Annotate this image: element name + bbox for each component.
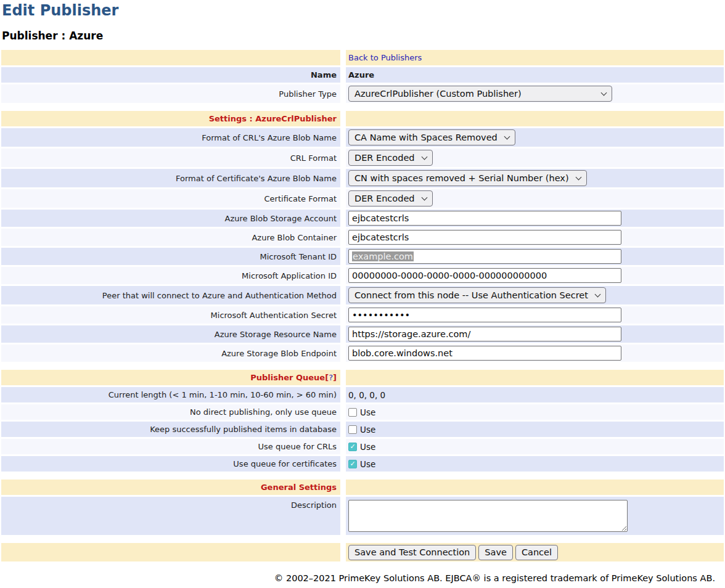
cert-blob-name-format-select[interactable]: CN with spaces removed + Serial Number (… bbox=[348, 170, 587, 186]
chevron-down-icon bbox=[576, 174, 581, 179]
checkbox-label: Use bbox=[360, 425, 375, 435]
storage-resource-name-input[interactable] bbox=[348, 327, 621, 341]
checkmark-icon: ✓ bbox=[350, 460, 355, 467]
chevron-down-icon bbox=[601, 89, 607, 95]
keep-published-row: Keep successfully published items in dat… bbox=[1, 422, 724, 437]
certificate-format-select[interactable]: DER Encoded bbox=[348, 190, 433, 206]
tenant-id-input[interactable]: example.com bbox=[348, 249, 621, 264]
save-and-test-connection-button[interactable]: Save and Test Connection bbox=[348, 545, 476, 560]
name-label: Name bbox=[1, 67, 340, 83]
current-length-label: Current length (< 1 min, 1-10 min, 10-60… bbox=[1, 387, 340, 402]
storage-blob-endpoint-row: Azure Storage Blob Endpoint bbox=[1, 345, 724, 362]
auth-secret-label: Microsoft Authentication Secret bbox=[1, 306, 340, 324]
peer-auth-method-row: Peer that will connect to Azure and Auth… bbox=[1, 286, 724, 304]
current-length-value: 0, 0, 0, 0 bbox=[346, 387, 724, 402]
chevron-down-icon bbox=[504, 133, 510, 139]
help-icon[interactable]: ? bbox=[329, 373, 333, 382]
checkbox-label: Use bbox=[360, 407, 375, 417]
auth-secret-input[interactable] bbox=[348, 308, 621, 322]
queue-crls-label: Use queue for CRLs bbox=[1, 439, 340, 454]
application-id-input[interactable] bbox=[348, 268, 621, 283]
description-textarea[interactable] bbox=[348, 500, 628, 532]
tenant-id-row: Microsoft Tenant ID example.com bbox=[1, 248, 724, 265]
cert-blob-name-format-row: Format of Certificate's Azure Blob Name … bbox=[1, 169, 724, 187]
settings-header-row: Settings : AzureCrlPublisher bbox=[1, 111, 724, 126]
certificate-format-row: Certificate Format DER Encoded bbox=[1, 189, 724, 208]
selected-option: CN with spaces removed + Serial Number (… bbox=[354, 173, 569, 183]
only-queue-row: No direct publishing, only use queue Use bbox=[1, 404, 724, 420]
storage-blob-endpoint-input[interactable] bbox=[348, 346, 621, 361]
auth-secret-row: Microsoft Authentication Secret bbox=[1, 306, 724, 324]
actions-row: Save and Test Connection Save Cancel bbox=[1, 543, 724, 561]
peer-auth-method-label: Peer that will connect to Azure and Auth… bbox=[1, 286, 340, 304]
checkmark-icon: ✓ bbox=[350, 443, 355, 450]
general-section-title: General Settings bbox=[1, 480, 340, 495]
queue-section-title: Publisher Queue bbox=[250, 373, 325, 382]
publisher-type-selected-option: AzureCrlPublisher (Custom Publisher) bbox=[354, 89, 522, 99]
publisher-type-select[interactable]: AzureCrlPublisher (Custom Publisher) bbox=[348, 86, 612, 102]
checkbox-label: Use bbox=[360, 459, 375, 469]
cert-blob-name-format-label: Format of Certificate's Azure Blob Name bbox=[1, 169, 340, 187]
crl-blob-name-format-select[interactable]: CA Name with Spaces Removed bbox=[348, 129, 515, 145]
name-row: Name Azure bbox=[1, 67, 724, 83]
certificate-format-label: Certificate Format bbox=[1, 189, 340, 208]
crl-format-label: CRL Format bbox=[1, 149, 340, 167]
header-spacer bbox=[346, 111, 724, 126]
selected-option: CA Name with Spaces Removed bbox=[354, 133, 498, 142]
description-row: Description bbox=[1, 497, 724, 535]
storage-resource-name-row: Azure Storage Resource Name bbox=[1, 325, 724, 343]
actions-spacer bbox=[1, 543, 340, 561]
keep-published-label: Keep successfully published items in dat… bbox=[1, 422, 340, 437]
header-spacer bbox=[346, 480, 724, 495]
identity-table: Back to Publishers Name Azure Publisher … bbox=[1, 50, 724, 103]
application-id-row: Microsoft Application ID bbox=[1, 267, 724, 284]
queue-crls-row: Use queue for CRLs ✓ Use bbox=[1, 439, 724, 454]
chevron-down-icon bbox=[595, 291, 600, 296]
crl-blob-name-format-row: Format of CRL's Azure Blob Name CA Name … bbox=[1, 128, 724, 147]
queue-certificates-label: Use queue for certificates bbox=[1, 456, 340, 472]
publisher-type-row: Publisher Type AzureCrlPublisher (Custom… bbox=[1, 84, 724, 103]
actions-table: Save and Test Connection Save Cancel bbox=[1, 543, 724, 561]
cancel-button[interactable]: Cancel bbox=[515, 545, 558, 560]
queue-certificates-row: Use queue for certificates ✓ Use bbox=[1, 456, 724, 472]
header-spacer bbox=[1, 50, 340, 65]
selected-option: DER Encoded bbox=[354, 153, 415, 163]
tenant-id-label: Microsoft Tenant ID bbox=[1, 248, 340, 265]
peer-auth-method-select[interactable]: Connect from this node -- Use Authentica… bbox=[348, 287, 606, 303]
queue-crls-checkbox[interactable]: ✓ bbox=[348, 443, 357, 451]
settings-section-title: Settings : AzureCrlPublisher bbox=[1, 111, 340, 126]
blob-container-label: Azure Blob Container bbox=[1, 229, 340, 246]
save-button[interactable]: Save bbox=[478, 545, 513, 560]
publisher-name-heading: Publisher : Azure bbox=[2, 30, 725, 42]
table-header-row: Back to Publishers bbox=[1, 50, 724, 65]
header-spacer bbox=[346, 370, 724, 385]
queue-certificates-checkbox[interactable]: ✓ bbox=[348, 460, 357, 468]
storage-resource-name-label: Azure Storage Resource Name bbox=[1, 325, 340, 343]
only-queue-checkbox[interactable] bbox=[348, 408, 357, 417]
selected-text: example.com bbox=[352, 251, 414, 261]
crl-blob-name-format-label: Format of CRL's Azure Blob Name bbox=[1, 128, 340, 147]
storage-account-input[interactable] bbox=[348, 211, 621, 226]
footer-copyright: © 2002–2021 PrimeKey Solutions AB. EJBCA… bbox=[0, 570, 725, 583]
back-to-publishers-link[interactable]: Back to Publishers bbox=[348, 53, 422, 62]
chevron-down-icon bbox=[422, 153, 427, 159]
crl-format-select[interactable]: DER Encoded bbox=[348, 150, 433, 166]
checkbox-label: Use bbox=[360, 442, 375, 452]
only-queue-label: No direct publishing, only use queue bbox=[1, 404, 340, 420]
general-header-row: General Settings bbox=[1, 480, 724, 495]
description-label: Description bbox=[1, 497, 340, 535]
queue-header-row: Publisher Queue[?] bbox=[1, 370, 724, 385]
page-title: Edit Publisher bbox=[2, 2, 725, 20]
selected-option: Connect from this node -- Use Authentica… bbox=[354, 290, 588, 300]
publisher-type-label: Publisher Type bbox=[1, 84, 340, 103]
settings-table: Settings : AzureCrlPublisher Format of C… bbox=[1, 111, 724, 362]
current-length-row: Current length (< 1 min, 1-10 min, 10-60… bbox=[1, 387, 724, 402]
keep-published-checkbox[interactable] bbox=[348, 425, 357, 434]
storage-blob-endpoint-label: Azure Storage Blob Endpoint bbox=[1, 345, 340, 362]
storage-account-row: Azure Blob Storage Account bbox=[1, 210, 724, 227]
general-settings-table: General Settings Description bbox=[1, 480, 724, 535]
blob-container-input[interactable] bbox=[348, 230, 621, 245]
storage-account-label: Azure Blob Storage Account bbox=[1, 210, 340, 227]
publisher-queue-table: Publisher Queue[?] Current length (< 1 m… bbox=[1, 370, 724, 472]
blob-container-row: Azure Blob Container bbox=[1, 229, 724, 246]
